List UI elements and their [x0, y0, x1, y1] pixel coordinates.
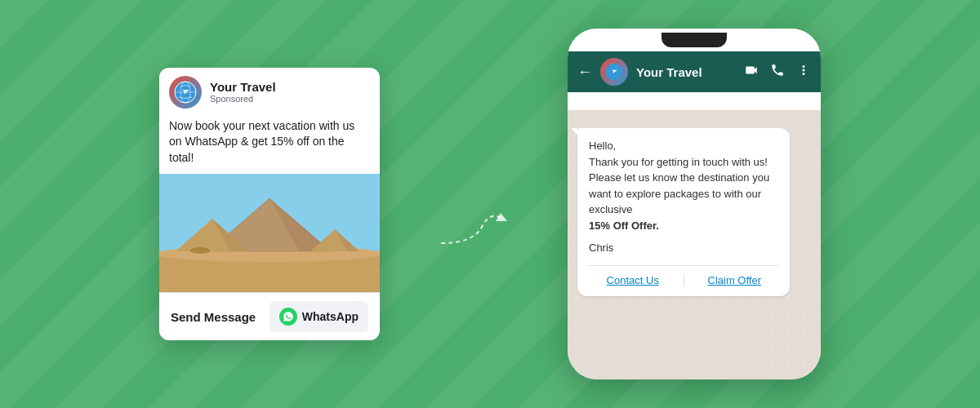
phone-notch-bar	[568, 29, 821, 51]
main-scene: Your Travel Sponsored Now book your next…	[0, 0, 980, 408]
ad-footer: Send Message WhatsApp	[159, 292, 380, 340]
chat-header: ← Your Travel	[568, 51, 821, 92]
ad-body-text: Now book your next vacation with us on W…	[159, 113, 380, 175]
ad-header: Your Travel Sponsored	[159, 68, 380, 113]
ad-logo	[169, 76, 202, 109]
phone-call-icon[interactable]	[770, 63, 785, 81]
ad-card: Your Travel Sponsored Now book your next…	[159, 68, 380, 341]
send-message-label: Send Message	[171, 310, 256, 324]
arrow-connector	[437, 198, 510, 259]
svg-point-15	[190, 247, 210, 254]
bubble-line2: Please let us know the destination you w…	[589, 171, 769, 215]
chat-globe-icon	[605, 63, 623, 81]
bubble-line1: Thank you for getting in touch with us!	[589, 156, 768, 168]
back-arrow-icon[interactable]: ←	[577, 64, 592, 81]
bubble-actions: Contact Us Claim Offer	[589, 265, 778, 286]
claim-offer-button[interactable]: Claim Offer	[691, 274, 779, 286]
ad-brand-name: Your Travel	[210, 80, 276, 94]
contact-us-button[interactable]: Contact Us	[589, 274, 677, 286]
whatsapp-label: WhatsApp	[302, 310, 359, 323]
more-options-icon[interactable]	[796, 63, 811, 81]
video-call-icon[interactable]	[744, 63, 759, 81]
travel-globe-icon	[174, 81, 197, 104]
dashed-arrow-svg	[437, 198, 510, 255]
phone-mockup: ← Your Travel	[568, 29, 821, 379]
chat-brand-name: Your Travel	[636, 65, 736, 79]
chat-action-icons	[744, 63, 811, 81]
bubble-greeting: Hello,	[589, 140, 616, 152]
pyramids-illustration	[159, 174, 380, 292]
chat-avatar	[600, 58, 628, 86]
bubble-body: Hello, Thank you for getting in touch wi…	[589, 138, 778, 233]
action-divider	[684, 274, 684, 286]
phone-notch	[662, 33, 727, 47]
bubble-highlight: 15% Off Offer.	[589, 220, 659, 232]
ad-brand-info: Your Travel Sponsored	[210, 80, 276, 104]
whatsapp-button[interactable]: WhatsApp	[270, 301, 368, 332]
ad-sponsored: Sponsored	[210, 94, 276, 104]
chat-bubble: Hello, Thank you for getting in touch wi…	[577, 128, 790, 296]
ad-image	[159, 174, 380, 292]
chat-content: Hello, Thank you for getting in touch wi…	[568, 118, 821, 379]
bubble-author: Chris	[589, 242, 778, 254]
whatsapp-icon	[279, 308, 297, 326]
